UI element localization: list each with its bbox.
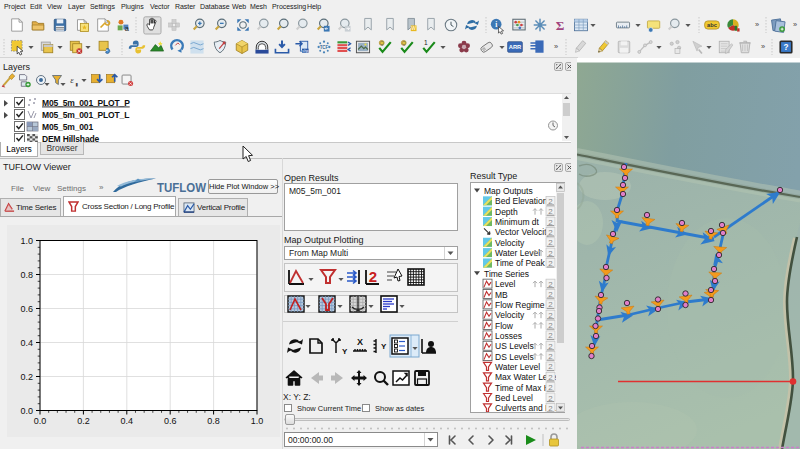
svg-text:1.0: 1.0	[251, 416, 264, 426]
svg-text:MB: MB	[495, 290, 508, 300]
svg-text:0.0: 0.0	[20, 406, 33, 416]
svg-text:Q: Q	[380, 41, 384, 46]
svg-text:ε: ε	[70, 75, 74, 85]
svg-text:2: 2	[369, 268, 377, 285]
svg-text:▮: ▮	[76, 82, 79, 87]
svg-text:Velocity: Velocity	[495, 238, 525, 248]
svg-text:0.4: 0.4	[121, 416, 134, 426]
svg-text:a: a	[125, 24, 130, 33]
svg-text:Losses: Losses	[495, 331, 522, 341]
svg-text:Time of Max H: Time of Max H	[495, 383, 550, 393]
svg-text:Water Level: Water Level	[495, 362, 540, 372]
svg-text:1.0: 1.0	[20, 236, 33, 246]
svg-text:Y: Y	[381, 342, 387, 351]
svg-text:Map Outputs: Map Outputs	[484, 186, 533, 196]
svg-text:US Levels: US Levels	[495, 341, 534, 351]
svg-text:Flow: Flow	[495, 321, 514, 331]
svg-text:X: X	[357, 337, 363, 347]
svg-text:shp: shp	[302, 49, 308, 53]
svg-text:Bed Elevation: Bed Elevation	[495, 196, 548, 206]
svg-text:Σ: Σ	[556, 18, 565, 33]
svg-text:Depth: Depth	[495, 207, 518, 217]
svg-text:0.0: 0.0	[34, 416, 47, 426]
svg-text:TUFLOW: TUFLOW	[157, 180, 206, 195]
svg-text:Flow Regime: Flow Regime	[495, 300, 545, 310]
svg-text:Q: Q	[402, 41, 406, 46]
svg-text:Vector Velocity: Vector Velocity	[495, 227, 552, 237]
svg-text:»: »	[554, 42, 558, 51]
svg-text:2: 2	[548, 404, 553, 412]
svg-text:DEM Hillshade: DEM Hillshade	[42, 134, 100, 143]
svg-text:1: 1	[424, 39, 428, 46]
svg-text:DS Levels: DS Levels	[495, 352, 534, 362]
svg-text:0.2: 0.2	[77, 416, 90, 426]
svg-text:Y: Y	[342, 347, 348, 356]
svg-text:Water Level: Water Level	[495, 248, 540, 258]
svg-text:0.8: 0.8	[207, 416, 220, 426]
svg-text:M05_5m_001: M05_5m_001	[42, 122, 93, 132]
svg-text:0.8: 0.8	[20, 270, 33, 280]
svg-text:M05_5m_001_PLOT_P: M05_5m_001_PLOT_P	[42, 98, 130, 108]
svg-text:0.4: 0.4	[20, 338, 33, 348]
svg-text:»: »	[755, 20, 759, 29]
svg-text:Level: Level	[495, 279, 515, 289]
svg-text:abc: abc	[707, 22, 718, 28]
svg-text:Velocity: Velocity	[495, 310, 525, 320]
svg-text:TCF: TCF	[320, 45, 329, 50]
svg-text:Time of Peak h: Time of Peak h	[495, 258, 552, 268]
svg-text:0.6: 0.6	[20, 304, 33, 314]
svg-text:»: »	[793, 20, 797, 29]
svg-text:ARR: ARR	[509, 44, 522, 50]
svg-text:W: W	[411, 26, 416, 31]
svg-text:Minimum dt: Minimum dt	[495, 217, 540, 227]
svg-text:?: ?	[783, 43, 788, 52]
svg-text:»: »	[761, 42, 765, 51]
svg-text:0.2: 0.2	[20, 372, 33, 382]
svg-text:M05_5m_001_PLOT_L: M05_5m_001_PLOT_L	[42, 110, 129, 120]
svg-text:Time Series: Time Series	[484, 269, 529, 279]
svg-text:Bed Level: Bed Level	[495, 393, 533, 403]
svg-text:i: i	[495, 20, 497, 29]
svg-text:0.6: 0.6	[164, 416, 177, 426]
